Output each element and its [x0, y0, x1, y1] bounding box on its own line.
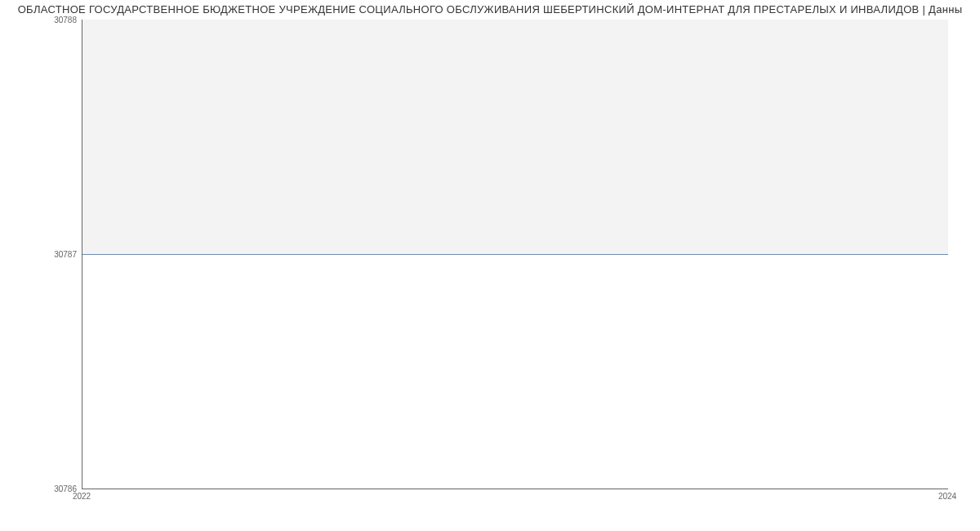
x-tick-label: 2022 — [73, 492, 91, 501]
grid-band — [82, 20, 948, 254]
series-line — [82, 254, 948, 255]
chart-title: ОБЛАСТНОЕ ГОСУДАРСТВЕННОЕ БЮДЖЕТНОЕ УЧРЕ… — [0, 3, 980, 16]
x-tick-label: 2024 — [938, 492, 956, 501]
y-tick-label: 30788 — [54, 16, 77, 25]
plot-area — [82, 20, 948, 489]
y-tick-label: 30787 — [54, 250, 77, 259]
